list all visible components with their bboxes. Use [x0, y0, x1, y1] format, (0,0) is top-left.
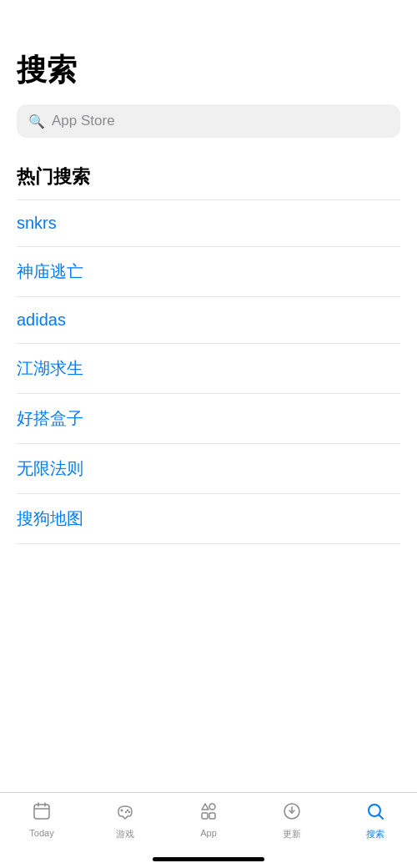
search-list-item[interactable]: 无限法则	[17, 444, 400, 494]
svg-point-6	[125, 811, 127, 813]
tab-bar: Today 游戏	[0, 792, 417, 857]
search-bar[interactable]: 🔍 App Store	[17, 104, 400, 138]
search-item-link[interactable]: 无限法则	[17, 459, 83, 477]
search-list-item[interactable]: 神庙逃亡	[17, 247, 400, 297]
search-icon: 🔍	[28, 114, 45, 129]
tab-updates[interactable]: 更新	[250, 801, 334, 840]
search-list-item[interactable]: 江湖求生	[17, 344, 400, 394]
tab-apps-label: App	[200, 828, 217, 838]
tab-today-label: Today	[29, 828, 53, 838]
search-item-link[interactable]: snkrs	[17, 214, 57, 232]
home-indicator	[0, 857, 417, 868]
svg-rect-9	[202, 813, 208, 819]
search-tab-icon	[365, 801, 385, 825]
search-list-item[interactable]: 好搭盒子	[17, 394, 400, 444]
today-icon	[32, 801, 52, 825]
games-icon	[115, 801, 135, 825]
search-list-item[interactable]: 搜狗地图	[17, 494, 400, 544]
search-item-link[interactable]: 搜狗地图	[17, 509, 83, 527]
tab-updates-label: 更新	[283, 828, 301, 840]
svg-line-13	[379, 815, 384, 820]
svg-rect-0	[34, 805, 49, 819]
page-title: 搜索	[17, 50, 400, 91]
search-list-item[interactable]: adidas	[17, 297, 400, 344]
search-list-item[interactable]: snkrs	[17, 200, 400, 247]
home-indicator-bar	[153, 857, 264, 861]
search-item-link[interactable]: adidas	[17, 310, 66, 329]
hot-searches-section: 热门搜索 snkrs神庙逃亡adidas江湖求生好搭盒子无限法则搜狗地图	[17, 164, 400, 544]
search-item-link[interactable]: 江湖求生	[17, 359, 83, 377]
tab-games-label: 游戏	[116, 828, 134, 840]
search-list: snkrs神庙逃亡adidas江湖求生好搭盒子无限法则搜狗地图	[17, 200, 400, 544]
svg-rect-10	[209, 813, 215, 819]
tab-search-label: 搜索	[366, 828, 384, 840]
section-title: 热门搜索	[17, 164, 400, 200]
search-item-link[interactable]: 神庙逃亡	[17, 262, 83, 280]
tab-today[interactable]: Today	[0, 801, 83, 838]
app-container: 搜索 🔍 App Store 热门搜索 snkrs神庙逃亡adidas江湖求生好…	[0, 0, 417, 868]
apps-icon	[198, 801, 219, 825]
updates-icon	[282, 801, 302, 825]
search-placeholder: App Store	[52, 113, 115, 129]
main-content: 搜索 🔍 App Store 热门搜索 snkrs神庙逃亡adidas江湖求生好…	[0, 0, 417, 669]
tab-search[interactable]: 搜索	[334, 801, 417, 840]
spacer	[0, 669, 417, 793]
tab-games[interactable]: 游戏	[83, 801, 167, 840]
search-item-link[interactable]: 好搭盒子	[17, 409, 83, 427]
tab-apps[interactable]: App	[167, 801, 250, 838]
svg-point-4	[127, 810, 128, 811]
svg-point-5	[128, 811, 130, 813]
